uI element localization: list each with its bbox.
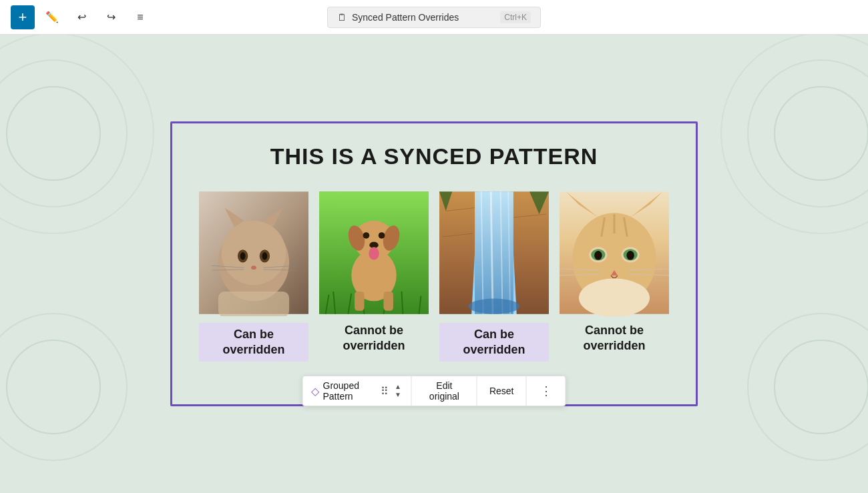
arrow-group: ▲ ▼ — [393, 383, 403, 399]
caption-1: Can be overridden — [199, 323, 308, 362]
undo-button[interactable]: ↩ — [69, 5, 93, 29]
search-bar[interactable]: 🗒 Synced Pattern Overrides Ctrl+K — [327, 7, 541, 28]
pattern-container: THIS IS A SYNCED PATTERN — [170, 121, 698, 407]
arrow-up-button[interactable]: ▲ — [393, 383, 403, 391]
edit-original-button[interactable]: Edit original — [420, 380, 469, 402]
reset-button[interactable]: Reset — [485, 386, 518, 396]
more-options-button[interactable]: ⋮ — [535, 384, 558, 398]
pattern-diamond-icon: ◇ — [311, 385, 319, 398]
svg-point-77 — [579, 278, 650, 316]
undo-icon: ↩ — [77, 11, 86, 23]
bottom-toolbar: ◇ Grouped Pattern ⠿ ▲ ▼ Edit original Re… — [302, 376, 566, 406]
top-toolbar: + ✏️ ↩ ↪ ≡ 🗒 Synced Pattern Overrides Ct… — [0, 0, 868, 35]
pattern-label: Grouped Pattern — [323, 380, 377, 402]
redo-button[interactable]: ↪ — [99, 5, 123, 29]
redo-icon: ↪ — [107, 11, 116, 23]
svg-marker-46 — [439, 191, 478, 314]
image-cat1 — [199, 189, 308, 316]
reset-section: Reset — [477, 376, 527, 406]
svg-point-17 — [262, 252, 268, 260]
canvas-area: THIS IS A SYNCED PATTERN — [0, 35, 868, 493]
toolbar-center: 🗒 Synced Pattern Overrides Ctrl+K — [327, 7, 541, 28]
add-button[interactable]: + — [11, 5, 35, 29]
svg-point-39 — [363, 232, 370, 239]
arrow-down-button[interactable]: ▼ — [393, 391, 403, 399]
document-icon: 🗒 — [337, 12, 347, 23]
svg-marker-47 — [510, 191, 549, 314]
plus-icon: + — [19, 9, 27, 26]
image-dog — [319, 189, 429, 316]
svg-point-16 — [240, 252, 246, 260]
image-item-2: Cannot be overridden — [319, 189, 429, 362]
pattern-title: THIS IS A SYNCED PATTERN — [199, 143, 669, 169]
caption-2: Cannot be overridden — [319, 323, 429, 354]
svg-point-69 — [626, 251, 634, 260]
pattern-block[interactable]: THIS IS A SYNCED PATTERN — [170, 121, 698, 407]
pencil-icon: ✏️ — [45, 11, 59, 23]
caption-3: Can be overridden — [439, 323, 549, 362]
svg-point-56 — [468, 298, 519, 314]
caption-4: Cannot be overridden — [560, 323, 669, 354]
image-item-3: Can be overridden — [439, 189, 549, 362]
more-section: ⋮ — [527, 376, 566, 406]
svg-point-42 — [369, 247, 379, 260]
image-waterfall — [439, 189, 549, 316]
edit-button[interactable]: ✏️ — [40, 5, 64, 29]
svg-rect-44 — [383, 291, 393, 310]
image-cat2 — [560, 189, 669, 316]
menu-button[interactable]: ≡ — [128, 5, 152, 29]
svg-point-68 — [594, 251, 602, 260]
svg-point-18 — [251, 266, 256, 270]
image-item-4: Cannot be overridden — [560, 189, 669, 362]
image-item-1: Can be overridden — [199, 189, 308, 362]
edit-section: Edit original — [412, 376, 477, 406]
menu-icon: ≡ — [137, 11, 143, 23]
search-bar-text: Synced Pattern Overrides — [352, 12, 495, 23]
images-row: Can be overridden — [199, 189, 669, 362]
svg-point-40 — [379, 232, 385, 239]
svg-rect-25 — [218, 291, 289, 316]
svg-rect-51 — [475, 191, 513, 314]
svg-rect-43 — [355, 291, 364, 310]
keyboard-shortcut: Ctrl+K — [500, 11, 531, 23]
svg-point-13 — [222, 220, 286, 284]
pattern-info-section: ◇ Grouped Pattern ⠿ ▲ ▼ — [303, 376, 412, 406]
drag-dots-icon[interactable]: ⠿ — [381, 385, 389, 398]
